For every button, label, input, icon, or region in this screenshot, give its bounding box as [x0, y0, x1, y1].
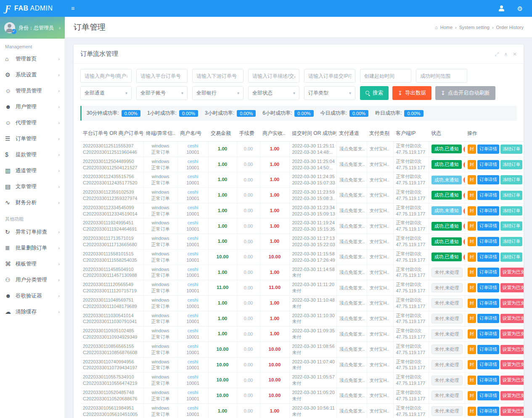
seal-button[interactable]: 封: [468, 314, 476, 323]
filter-input[interactable]: [416, 69, 467, 83]
order-detail-button[interactable]: 订单详情: [477, 206, 499, 216]
sidebar-item-abnormal-order-check[interactable]: ↻ 异常订单排查 ›: [0, 224, 65, 240]
seal-button[interactable]: 封: [468, 175, 476, 184]
merchant-name-link[interactable]: ceshi: [180, 343, 206, 350]
order-detail-button[interactable]: 订单详情: [477, 268, 499, 277]
order-detail-button[interactable]: 订单详情: [477, 345, 499, 354]
seal-button[interactable]: 封: [468, 160, 476, 169]
merchant-name-link[interactable]: ceshi: [180, 189, 206, 195]
filter-select[interactable]: 全部银行 ▾: [192, 86, 244, 100]
sidebar-item-home[interactable]: ⌂ 管理首页 ›: [0, 51, 65, 67]
order-detail-button[interactable]: 订单详情: [477, 299, 499, 308]
filter-input[interactable]: [192, 69, 244, 83]
set-paid-button[interactable]: 设置为已支付: [500, 360, 524, 369]
merchant-name-link[interactable]: ceshi: [180, 251, 206, 257]
merchant-name-link[interactable]: ceshi: [180, 235, 206, 242]
order-detail-button[interactable]: 订单详情: [477, 175, 499, 184]
sidebar-item-batch-delete-orders[interactable]: ≣ 批量删除订单 ›: [0, 240, 65, 256]
seal-button[interactable]: 封: [468, 345, 476, 354]
sidebar-item-article-manage[interactable]: ▤ 文章管理 ›: [0, 179, 65, 195]
filter-select[interactable]: 全部状态 ▾: [248, 86, 299, 100]
order-detail-button[interactable]: 订单详情: [477, 329, 499, 339]
filter-input[interactable]: [304, 69, 355, 83]
filter-input[interactable]: [80, 69, 132, 83]
set-paid-button[interactable]: 设置为已支付: [500, 268, 524, 277]
auto-refresh-button[interactable]: ↧ 点击开启自动刷新: [435, 86, 495, 100]
breadcrumb-system-setting[interactable]: System setting: [459, 25, 490, 30]
merchant-name-link[interactable]: ceshi: [180, 174, 206, 180]
brand-logo[interactable]: Ƒ FABADMIN: [0, 0, 65, 17]
sidebar-item-user-category-manage[interactable]: ⚇ 用户分类管理 ›: [0, 272, 65, 288]
filter-input[interactable]: [248, 69, 299, 83]
order-detail-button[interactable]: 订单详情: [477, 145, 499, 154]
export-data-button[interactable]: ↧ 导出数据: [392, 86, 431, 100]
seal-button[interactable]: 封: [468, 268, 476, 277]
patch-notify-button[interactable]: 补: [463, 176, 465, 184]
sidebar-item-google-authenticator[interactable]: ☻ 谷歌验证器 ›: [0, 288, 65, 304]
order-detail-button[interactable]: 订单详情: [477, 221, 499, 231]
sidebar-item-admin-manage[interactable]: ☺ 管理员管理 ›: [0, 83, 65, 99]
breadcrumb-home[interactable]: Home: [440, 25, 453, 30]
seal-button[interactable]: 封: [468, 407, 476, 416]
patch-notify-button[interactable]: 补: [463, 207, 465, 215]
order-detail-button[interactable]: 订单详情: [477, 314, 499, 323]
seal-button[interactable]: 封: [468, 299, 476, 308]
patch-notify-button[interactable]: 补: [463, 222, 465, 230]
set-paid-button[interactable]: 设置为已支付: [500, 283, 524, 292]
patch-notify-button[interactable]: 补: [463, 253, 465, 261]
patch-notify-button[interactable]: 补: [463, 192, 465, 200]
merchant-name-link[interactable]: ceshi: [180, 405, 206, 411]
set-paid-button[interactable]: 设置为已支付: [500, 329, 524, 339]
sidebar-item-withdraw-manage[interactable]: $ 提款管理 ›: [0, 147, 65, 163]
merchant-name-link[interactable]: ceshi: [180, 143, 206, 149]
set-paid-button[interactable]: 设置为已支付: [500, 314, 524, 323]
patch-notify-button[interactable]: 补: [463, 238, 465, 246]
filter-select[interactable]: 全部通道 ▾: [80, 86, 132, 100]
sidebar-item-template-manage[interactable]: ⌘ 模板管理 ›: [0, 256, 65, 272]
seal-button[interactable]: 封: [468, 283, 476, 292]
order-detail-button[interactable]: 订单详情: [477, 283, 499, 292]
merchant-name-link[interactable]: ceshi: [180, 313, 206, 319]
order-detail-button[interactable]: 订单详情: [477, 360, 499, 369]
filter-select[interactable]: 订单类型 ▾: [304, 86, 355, 100]
order-detail-button[interactable]: 订单详情: [477, 252, 499, 262]
merchant-name-link[interactable]: ceshi: [180, 389, 206, 396]
patch-notify-button[interactable]: 补: [463, 145, 465, 153]
freeze-order-button[interactable]: 冻结订单: [500, 145, 522, 154]
seal-button[interactable]: 封: [468, 376, 476, 385]
seal-button[interactable]: 封: [468, 329, 476, 339]
user-icon[interactable]: [498, 5, 505, 11]
order-detail-button[interactable]: 订单详情: [477, 376, 499, 385]
sidebar-user-panel[interactable]: ✓ 身份：总管理员 ›: [0, 17, 65, 39]
merchant-name-link[interactable]: ceshi: [180, 281, 206, 288]
freeze-order-button[interactable]: 冻结订单: [500, 160, 522, 169]
filter-select[interactable]: 全部子账号 ▾: [136, 86, 188, 100]
seal-button[interactable]: 封: [468, 206, 476, 216]
merchant-name-link[interactable]: ceshi: [180, 205, 206, 211]
seal-button[interactable]: 封: [468, 252, 476, 262]
freeze-order-button[interactable]: 冻结订单: [500, 175, 522, 184]
set-paid-button[interactable]: 设置为已支付: [500, 407, 524, 416]
freeze-order-button[interactable]: 冻结订单: [500, 252, 522, 262]
expand-icon[interactable]: ⤢: [495, 51, 499, 57]
merchant-name-link[interactable]: ceshi: [180, 158, 206, 165]
search-button[interactable]: 搜索: [360, 86, 389, 100]
sidebar-item-channel-manage[interactable]: ▥ 通道管理 ›: [0, 163, 65, 179]
seal-button[interactable]: 封: [468, 237, 476, 246]
sidebar-item-finance-analysis[interactable]: ∿ 财务分析 ›: [0, 195, 65, 210]
seal-button[interactable]: 封: [468, 360, 476, 369]
sidebar-item-agent-manage[interactable]: ☺ 代理管理 ›: [0, 115, 65, 131]
sidebar-item-order-manage[interactable]: ☰ 订单管理 ›: [0, 131, 65, 147]
freeze-order-button[interactable]: 冻结订单: [500, 221, 522, 231]
order-detail-button[interactable]: 订单详情: [477, 237, 499, 246]
gear-icon[interactable]: ⚙: [517, 5, 523, 12]
set-paid-button[interactable]: 设置为已支付: [500, 345, 524, 354]
order-detail-button[interactable]: 订单详情: [477, 160, 499, 169]
sidebar-item-system-settings[interactable]: ⚙ 系统设置 ›: [0, 67, 65, 83]
merchant-name-link[interactable]: ceshi: [180, 359, 206, 365]
merchant-name-link[interactable]: ceshi: [180, 220, 206, 226]
close-icon[interactable]: ✕: [513, 51, 517, 57]
sidebar-toggle-icon[interactable]: ≡: [71, 5, 74, 12]
sidebar-item-clear-cache[interactable]: ☁ 清除缓存 ›: [0, 304, 65, 320]
seal-button[interactable]: 封: [468, 145, 476, 154]
